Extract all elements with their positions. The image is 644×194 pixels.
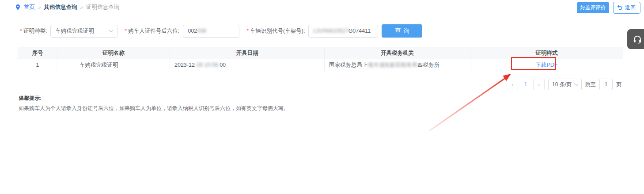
customer-service-button[interactable] [627, 29, 644, 49]
required-mark: * [246, 28, 249, 34]
vin-label: 车辆识别代号(车架号): [250, 27, 305, 35]
buyer-id-value-redacted: 036 [197, 28, 206, 34]
tips-title: 温馨提示: [19, 95, 289, 102]
back-button[interactable]: 返回 [613, 2, 640, 14]
required-mark: * [20, 28, 22, 34]
tips-section: 温馨提示: 如果购车人为个人请录入身份证号后六位，如果购车人为单位，请录入纳税人… [19, 95, 289, 112]
header-tax-authority: 开具税务机关 [325, 47, 470, 59]
jump-page-input[interactable] [599, 79, 613, 90]
back-button-label: 返回 [625, 4, 636, 11]
query-button[interactable]: 查询 [382, 24, 422, 38]
header-cert-name: 证明名称 [57, 47, 170, 59]
results-table: 序号 证明名称 开具日期 开具税务机关 证明样式 1 车购税完税证明 2023-… [18, 47, 623, 71]
cert-type-label: 证明种类: [23, 27, 47, 35]
cell-cert-name: 车购税完税证明 [57, 59, 170, 71]
header-issue-date: 开具日期 [170, 47, 325, 59]
breadcrumb-home[interactable]: 首页 [24, 4, 35, 11]
next-page-button[interactable]: › [533, 79, 545, 90]
breadcrumb-separator: > [80, 5, 83, 10]
breadcrumb: 首页 > 其他信息查询 > 证明信息查询 [15, 4, 119, 11]
authority-redacted: 海市浦东新区税务局 [368, 61, 418, 69]
required-mark: * [125, 28, 127, 34]
table-row: 1 车购税完税证明 2023-12 -28 10:06: 00 国家税务总局上 … [18, 59, 623, 71]
header-actions: 好差评评价 返回 [577, 2, 641, 14]
current-page[interactable]: 1 [522, 81, 530, 87]
headset-icon [633, 34, 642, 44]
query-form: * 证明种类: 车购税完税证明 * 购车人证件号后六位: 002 036 * 车… [20, 24, 422, 38]
breadcrumb-section[interactable]: 其他信息查询 [44, 4, 77, 11]
buyer-id-value: 002 [188, 28, 197, 34]
vin-value: G074411 [349, 28, 371, 34]
cell-issue-date: 2023-12 -28 10:06: 00 [170, 59, 325, 71]
breadcrumb-current: 证明信息查询 [86, 4, 119, 11]
location-pin-icon [15, 4, 21, 11]
cert-type-value: 车购税完税证明 [55, 27, 94, 35]
header-cert-style: 证明样式 [470, 47, 623, 59]
pagination: ‹ 1 › 10 条/页 跳至 页 [507, 79, 621, 90]
date-visible-end: 00 [220, 62, 226, 68]
authority-visible: 国家税务总局上 [329, 61, 368, 69]
cell-cert-style: 下载PDF [470, 59, 623, 71]
cell-tax-authority: 国家税务总局上 海市浦东新区税务局 四税务所 [325, 59, 470, 71]
date-visible: 2023-12 [174, 62, 195, 68]
chevron-down-icon [109, 28, 114, 32]
jump-label: 跳至 [585, 81, 596, 88]
table-header-row: 序号 证明名称 开具日期 开具税务机关 证明样式 [18, 47, 623, 59]
authority-visible-end: 四税务所 [417, 61, 439, 69]
download-pdf-link[interactable]: 下载PDF [536, 61, 558, 69]
vin-value-redacted: LSVNW10527 [313, 28, 348, 34]
chevron-down-icon [574, 81, 579, 86]
vin-input[interactable]: LSVNW10527 G074411 [308, 25, 378, 38]
date-redacted: -28 10:06: [195, 62, 220, 68]
buyer-id-label: 购车人证件号后六位: [128, 27, 179, 35]
page-size-select[interactable]: 10 条/页 [548, 79, 582, 90]
prev-page-button[interactable]: ‹ [507, 79, 518, 90]
header-seq: 序号 [18, 47, 57, 59]
undo-arrow-icon [617, 4, 623, 11]
jump-unit: 页 [616, 81, 621, 88]
cell-seq: 1 [18, 59, 57, 71]
rate-service-button[interactable]: 好差评评价 [577, 2, 610, 13]
page-size-value: 10 条/页 [552, 81, 572, 88]
tips-body: 如果购车人为个人请录入身份证号后六位，如果购车人为单位，请录入纳税人识别号后六位… [19, 105, 289, 112]
breadcrumb-separator: > [38, 5, 41, 10]
cert-type-select[interactable]: 车购税完税证明 [50, 25, 117, 38]
buyer-id-input[interactable]: 002 036 [183, 25, 239, 38]
